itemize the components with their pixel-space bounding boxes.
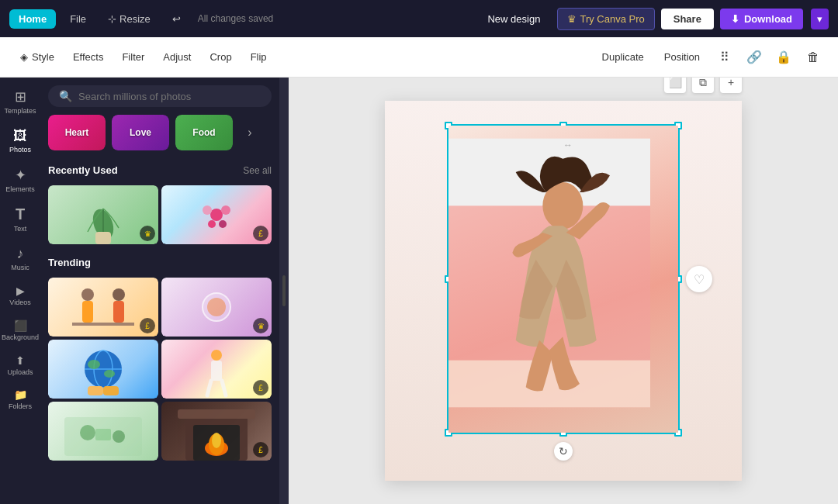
photos-icon: 🖼 — [13, 128, 27, 144]
sidebar-item-elements[interactable]: ✦ Elements — [3, 162, 37, 198]
svg-point-18 — [88, 360, 100, 369]
filter-button[interactable]: Filter — [114, 47, 152, 67]
svg-rect-29 — [95, 429, 111, 440]
svg-rect-9 — [82, 301, 93, 323]
svg-rect-11 — [113, 301, 124, 323]
svg-rect-20 — [88, 386, 103, 395]
pro-badge-dinner: ♛ — [253, 318, 268, 333]
sidebar-item-label-background: Background — [2, 333, 39, 342]
effects-button[interactable]: Effects — [65, 47, 112, 67]
trash-icon: 🗑 — [807, 50, 819, 64]
text-icon: T — [16, 205, 25, 223]
recently-used-grid: ♛ £ — [40, 185, 279, 244]
delete-icon-button[interactable]: 🗑 — [801, 45, 826, 70]
uploads-icon: ⬆ — [16, 354, 25, 367]
photos-scroll-area[interactable]: Recently Used See all — [40, 158, 279, 504]
svg-point-5 — [221, 205, 230, 215]
share-button[interactable]: Share — [661, 9, 714, 29]
recently-used-header: Recently Used See all — [48, 164, 272, 176]
sidebar-item-label-uploads: Uploads — [7, 368, 33, 377]
canvas-container: ⬜ ⧉ + — [385, 101, 742, 481]
download-caret-button[interactable]: ▾ — [811, 9, 829, 29]
panel-divider[interactable] — [279, 78, 289, 504]
trending-title: Trending — [48, 257, 91, 268]
grid-icon-button[interactable]: ⠿ — [712, 45, 737, 70]
link-icon-button[interactable]: 🔗 — [742, 45, 767, 70]
search-bar: 🔍 — [48, 85, 272, 107]
trending-grid: £ ♛ — [40, 278, 279, 461]
rotate-handle[interactable]: ↻ — [554, 442, 573, 461]
canvas-copy-icon[interactable]: ⧉ — [692, 78, 714, 93]
svg-point-4 — [203, 205, 212, 215]
category-next-arrow[interactable]: › — [239, 115, 261, 150]
svg-rect-35 — [178, 409, 255, 419]
canvas-frame-icon[interactable]: ⬜ — [664, 78, 686, 93]
sidebar-item-label-folders: Folders — [9, 402, 32, 411]
trending-photo-5[interactable]: £ — [161, 402, 272, 461]
svg-line-25 — [222, 381, 226, 395]
trending-photo-4[interactable] — [48, 402, 158, 461]
selected-image[interactable]: ↻ ♡ — [447, 124, 680, 434]
duplicate-button[interactable]: Duplicate — [594, 47, 652, 67]
style-button[interactable]: ◈ Style — [12, 47, 62, 67]
svg-rect-12 — [72, 323, 134, 326]
crop-button[interactable]: Crop — [202, 47, 239, 67]
sidebar-item-photos[interactable]: 🖼 Photos — [3, 123, 37, 159]
file-button[interactable]: File — [62, 9, 94, 29]
templates-icon: ⊞ — [15, 88, 26, 105]
new-design-button[interactable]: New design — [476, 9, 551, 29]
trending-photo-2[interactable] — [48, 340, 158, 399]
recently-used-photo-0[interactable]: ♛ — [48, 185, 158, 244]
category-love[interactable]: Love — [112, 115, 169, 150]
sidebar-item-uploads[interactable]: ⬆ Uploads — [3, 350, 37, 381]
search-icon: 🔍 — [59, 90, 72, 102]
category-food[interactable]: Food — [175, 115, 233, 150]
recently-used-photo-1[interactable]: £ — [161, 185, 272, 244]
elements-icon: ✦ — [15, 167, 26, 184]
thumb-image-globe — [48, 340, 158, 399]
resize-icon: ⊹ — [108, 13, 116, 25]
sidebar-item-templates[interactable]: ⊞ Templates — [3, 84, 37, 120]
trending-photo-3[interactable]: £ — [161, 340, 272, 399]
pro-badge-beach: £ — [253, 380, 268, 395]
category-heart[interactable]: Heart — [48, 115, 106, 150]
lock-icon-button[interactable]: 🔒 — [771, 45, 796, 70]
svg-point-8 — [81, 288, 94, 301]
download-button[interactable]: ⬇ Download — [720, 9, 803, 29]
position-button[interactable]: Position — [656, 47, 708, 67]
svg-rect-2 — [95, 232, 111, 244]
svg-point-6 — [208, 220, 216, 228]
flip-button[interactable]: Flip — [243, 47, 275, 67]
resize-button[interactable]: ⊹ Resize — [100, 9, 158, 29]
undo-button[interactable]: ↩ — [164, 9, 189, 29]
toolbar-right-actions: Duplicate Position ⠿ 🔗 🔒 🗑 — [594, 45, 826, 70]
see-all-button[interactable]: See all — [243, 165, 272, 176]
trending-photo-1[interactable]: ♛ — [161, 278, 272, 337]
resize-indicator: ↔ — [563, 140, 573, 150]
recently-used-section: Recently Used See all — [40, 158, 279, 185]
home-button[interactable]: Home — [9, 9, 56, 29]
sidebar-item-videos[interactable]: ▶ Videos — [3, 280, 37, 312]
svg-point-10 — [113, 288, 125, 301]
category-strip: Heart Love Food › — [40, 115, 279, 158]
image-content — [448, 126, 678, 433]
svg-line-24 — [207, 381, 211, 395]
adjust-button[interactable]: Adjust — [155, 47, 199, 67]
search-input[interactable] — [78, 91, 261, 102]
svg-point-19 — [104, 370, 115, 378]
sidebar-item-background[interactable]: ⬛ Background — [3, 315, 37, 347]
canvas-add-icon[interactable]: + — [720, 78, 742, 93]
crown-icon: ♛ — [567, 13, 577, 25]
sidebar-item-music[interactable]: ♪ Music — [3, 241, 37, 277]
photos-panel: 🔍 Heart Love Food › Recently Used See al… — [40, 78, 279, 504]
sidebar-item-text[interactable]: T Text — [3, 201, 37, 238]
sidebar-item-folders[interactable]: 📁 Folders — [3, 384, 37, 416]
trending-photo-0[interactable]: £ — [48, 278, 158, 337]
pro-badge-0: ♛ — [140, 226, 155, 241]
try-pro-button[interactable]: ♛ Try Canva Pro — [557, 8, 654, 30]
divider-handle — [282, 275, 286, 306]
pro-badge-1: £ — [253, 226, 268, 241]
react-heart-icon[interactable]: ♡ — [686, 266, 712, 292]
svg-point-22 — [211, 350, 222, 361]
canvas-top-icons: ⬜ ⧉ + — [664, 78, 742, 93]
